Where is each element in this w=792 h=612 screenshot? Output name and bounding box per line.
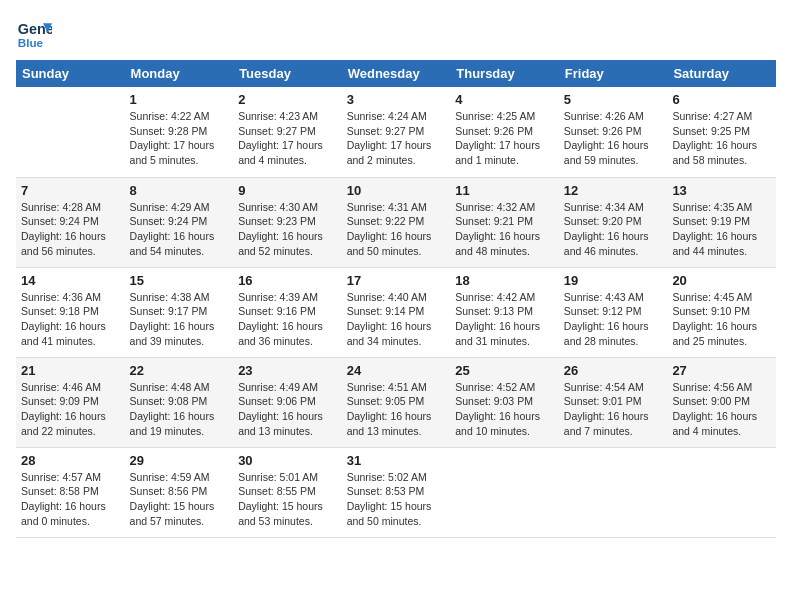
day-number: 11 (455, 183, 554, 198)
week-row-2: 7Sunrise: 4:28 AM Sunset: 9:24 PM Daylig… (16, 177, 776, 267)
day-cell: 31Sunrise: 5:02 AM Sunset: 8:53 PM Dayli… (342, 447, 451, 537)
day-cell: 18Sunrise: 4:42 AM Sunset: 9:13 PM Dayli… (450, 267, 559, 357)
svg-text:Blue: Blue (18, 36, 44, 49)
day-info: Sunrise: 5:01 AM Sunset: 8:55 PM Dayligh… (238, 470, 337, 529)
day-info: Sunrise: 4:43 AM Sunset: 9:12 PM Dayligh… (564, 290, 663, 349)
col-header-monday: Monday (125, 60, 234, 87)
day-number: 5 (564, 92, 663, 107)
day-number: 2 (238, 92, 337, 107)
day-number: 13 (672, 183, 771, 198)
day-cell: 7Sunrise: 4:28 AM Sunset: 9:24 PM Daylig… (16, 177, 125, 267)
day-number: 29 (130, 453, 229, 468)
day-info: Sunrise: 4:31 AM Sunset: 9:22 PM Dayligh… (347, 200, 446, 259)
col-header-sunday: Sunday (16, 60, 125, 87)
day-cell: 23Sunrise: 4:49 AM Sunset: 9:06 PM Dayli… (233, 357, 342, 447)
col-header-tuesday: Tuesday (233, 60, 342, 87)
day-cell (559, 447, 668, 537)
day-number: 25 (455, 363, 554, 378)
day-number: 3 (347, 92, 446, 107)
day-cell: 27Sunrise: 4:56 AM Sunset: 9:00 PM Dayli… (667, 357, 776, 447)
day-cell: 16Sunrise: 4:39 AM Sunset: 9:16 PM Dayli… (233, 267, 342, 357)
day-cell: 12Sunrise: 4:34 AM Sunset: 9:20 PM Dayli… (559, 177, 668, 267)
day-cell: 6Sunrise: 4:27 AM Sunset: 9:25 PM Daylig… (667, 87, 776, 177)
day-cell: 29Sunrise: 4:59 AM Sunset: 8:56 PM Dayli… (125, 447, 234, 537)
day-info: Sunrise: 4:35 AM Sunset: 9:19 PM Dayligh… (672, 200, 771, 259)
day-cell: 13Sunrise: 4:35 AM Sunset: 9:19 PM Dayli… (667, 177, 776, 267)
day-number: 24 (347, 363, 446, 378)
calendar-table: SundayMondayTuesdayWednesdayThursdayFrid… (16, 60, 776, 538)
day-info: Sunrise: 4:26 AM Sunset: 9:26 PM Dayligh… (564, 109, 663, 168)
day-info: Sunrise: 4:45 AM Sunset: 9:10 PM Dayligh… (672, 290, 771, 349)
day-number: 7 (21, 183, 120, 198)
day-cell: 8Sunrise: 4:29 AM Sunset: 9:24 PM Daylig… (125, 177, 234, 267)
day-cell: 22Sunrise: 4:48 AM Sunset: 9:08 PM Dayli… (125, 357, 234, 447)
day-cell: 4Sunrise: 4:25 AM Sunset: 9:26 PM Daylig… (450, 87, 559, 177)
day-cell: 15Sunrise: 4:38 AM Sunset: 9:17 PM Dayli… (125, 267, 234, 357)
day-cell: 20Sunrise: 4:45 AM Sunset: 9:10 PM Dayli… (667, 267, 776, 357)
day-cell: 10Sunrise: 4:31 AM Sunset: 9:22 PM Dayli… (342, 177, 451, 267)
day-info: Sunrise: 4:29 AM Sunset: 9:24 PM Dayligh… (130, 200, 229, 259)
day-info: Sunrise: 4:42 AM Sunset: 9:13 PM Dayligh… (455, 290, 554, 349)
day-cell: 5Sunrise: 4:26 AM Sunset: 9:26 PM Daylig… (559, 87, 668, 177)
day-cell: 19Sunrise: 4:43 AM Sunset: 9:12 PM Dayli… (559, 267, 668, 357)
day-number: 9 (238, 183, 337, 198)
day-info: Sunrise: 4:36 AM Sunset: 9:18 PM Dayligh… (21, 290, 120, 349)
day-info: Sunrise: 4:32 AM Sunset: 9:21 PM Dayligh… (455, 200, 554, 259)
col-header-thursday: Thursday (450, 60, 559, 87)
day-number: 16 (238, 273, 337, 288)
day-info: Sunrise: 4:57 AM Sunset: 8:58 PM Dayligh… (21, 470, 120, 529)
week-row-5: 28Sunrise: 4:57 AM Sunset: 8:58 PM Dayli… (16, 447, 776, 537)
day-number: 14 (21, 273, 120, 288)
day-info: Sunrise: 4:48 AM Sunset: 9:08 PM Dayligh… (130, 380, 229, 439)
day-cell (667, 447, 776, 537)
day-info: Sunrise: 5:02 AM Sunset: 8:53 PM Dayligh… (347, 470, 446, 529)
day-number: 10 (347, 183, 446, 198)
day-cell: 24Sunrise: 4:51 AM Sunset: 9:05 PM Dayli… (342, 357, 451, 447)
week-row-1: 1Sunrise: 4:22 AM Sunset: 9:28 PM Daylig… (16, 87, 776, 177)
day-cell: 28Sunrise: 4:57 AM Sunset: 8:58 PM Dayli… (16, 447, 125, 537)
day-info: Sunrise: 4:24 AM Sunset: 9:27 PM Dayligh… (347, 109, 446, 168)
day-cell: 2Sunrise: 4:23 AM Sunset: 9:27 PM Daylig… (233, 87, 342, 177)
day-number: 1 (130, 92, 229, 107)
week-row-3: 14Sunrise: 4:36 AM Sunset: 9:18 PM Dayli… (16, 267, 776, 357)
day-number: 20 (672, 273, 771, 288)
day-number: 4 (455, 92, 554, 107)
day-number: 26 (564, 363, 663, 378)
day-info: Sunrise: 4:28 AM Sunset: 9:24 PM Dayligh… (21, 200, 120, 259)
day-number: 17 (347, 273, 446, 288)
page-header: General Blue (16, 16, 776, 52)
day-info: Sunrise: 4:38 AM Sunset: 9:17 PM Dayligh… (130, 290, 229, 349)
day-info: Sunrise: 4:39 AM Sunset: 9:16 PM Dayligh… (238, 290, 337, 349)
day-info: Sunrise: 4:56 AM Sunset: 9:00 PM Dayligh… (672, 380, 771, 439)
day-info: Sunrise: 4:27 AM Sunset: 9:25 PM Dayligh… (672, 109, 771, 168)
day-number: 19 (564, 273, 663, 288)
day-number: 18 (455, 273, 554, 288)
day-info: Sunrise: 4:23 AM Sunset: 9:27 PM Dayligh… (238, 109, 337, 168)
day-cell: 11Sunrise: 4:32 AM Sunset: 9:21 PM Dayli… (450, 177, 559, 267)
day-cell: 25Sunrise: 4:52 AM Sunset: 9:03 PM Dayli… (450, 357, 559, 447)
day-number: 12 (564, 183, 663, 198)
day-info: Sunrise: 4:30 AM Sunset: 9:23 PM Dayligh… (238, 200, 337, 259)
day-number: 8 (130, 183, 229, 198)
day-cell: 30Sunrise: 5:01 AM Sunset: 8:55 PM Dayli… (233, 447, 342, 537)
day-info: Sunrise: 4:49 AM Sunset: 9:06 PM Dayligh… (238, 380, 337, 439)
day-info: Sunrise: 4:52 AM Sunset: 9:03 PM Dayligh… (455, 380, 554, 439)
day-cell (16, 87, 125, 177)
day-info: Sunrise: 4:51 AM Sunset: 9:05 PM Dayligh… (347, 380, 446, 439)
day-number: 21 (21, 363, 120, 378)
day-info: Sunrise: 4:46 AM Sunset: 9:09 PM Dayligh… (21, 380, 120, 439)
day-info: Sunrise: 4:34 AM Sunset: 9:20 PM Dayligh… (564, 200, 663, 259)
day-number: 23 (238, 363, 337, 378)
logo: General Blue (16, 16, 56, 52)
day-number: 15 (130, 273, 229, 288)
day-cell: 26Sunrise: 4:54 AM Sunset: 9:01 PM Dayli… (559, 357, 668, 447)
day-info: Sunrise: 4:54 AM Sunset: 9:01 PM Dayligh… (564, 380, 663, 439)
day-number: 22 (130, 363, 229, 378)
day-number: 31 (347, 453, 446, 468)
day-info: Sunrise: 4:22 AM Sunset: 9:28 PM Dayligh… (130, 109, 229, 168)
day-number: 28 (21, 453, 120, 468)
day-info: Sunrise: 4:25 AM Sunset: 9:26 PM Dayligh… (455, 109, 554, 168)
calendar-header: SundayMondayTuesdayWednesdayThursdayFrid… (16, 60, 776, 87)
day-cell: 1Sunrise: 4:22 AM Sunset: 9:28 PM Daylig… (125, 87, 234, 177)
day-number: 30 (238, 453, 337, 468)
